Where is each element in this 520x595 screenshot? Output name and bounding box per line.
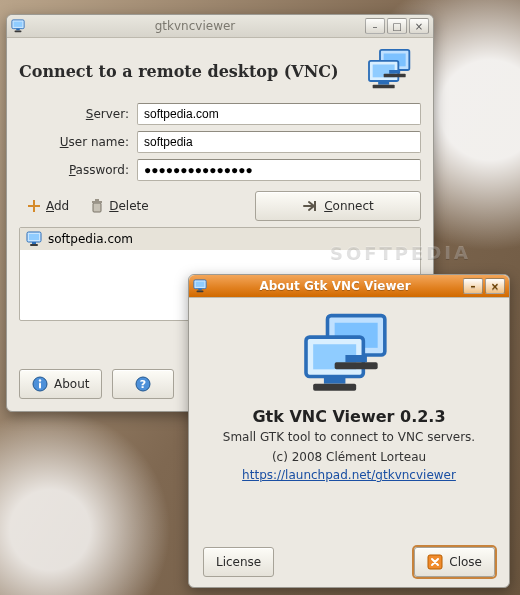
app-icon [193,279,207,293]
delete-icon [89,198,105,214]
server-label: Server: [19,107,129,121]
monitors-icon [289,310,409,401]
list-item-label: softpedia.com [48,232,133,246]
about-button[interactable]: About [19,369,102,399]
close-window-button[interactable]: × [409,18,429,34]
add-icon [26,198,42,214]
info-icon [32,376,48,392]
connect-button[interactable]: Connect [255,191,421,221]
license-button-label: License [216,555,261,569]
close-button[interactable]: Close [414,547,495,577]
delete-button[interactable]: Delete [82,195,155,217]
monitors-icon [361,48,421,95]
about-subtitle: Small GTK tool to connect to VNC servers… [223,430,475,444]
maximize-button[interactable]: □ [387,18,407,34]
list-item[interactable]: softpedia.com [20,228,420,250]
password-label: Password: [19,163,129,177]
app-icon [11,19,25,33]
license-button[interactable]: License [203,547,274,577]
help-icon [135,376,151,392]
about-window-title: About Gtk VNC Viewer [211,279,459,293]
about-app-name: Gtk VNC Viewer 0.2.3 [252,407,445,426]
connection-form: Server: User name: Password: [19,103,421,181]
about-url-link[interactable]: https://launchpad.net/gtkvncviewer [242,468,456,482]
main-window-title: gtkvncviewer [29,19,361,33]
close-button-label: Close [449,555,482,569]
main-titlebar[interactable]: gtkvncviewer – □ × [7,15,433,38]
about-titlebar[interactable]: About Gtk VNC Viewer – × [189,275,509,298]
server-input[interactable] [137,103,421,125]
close-icon [427,554,443,570]
add-button[interactable]: Add [19,195,76,217]
help-button[interactable] [112,369,174,399]
close-window-button[interactable]: × [485,278,505,294]
server-icon [26,231,42,247]
minimize-button[interactable]: – [365,18,385,34]
password-input[interactable] [137,159,421,181]
about-dialog: About Gtk VNC Viewer – × Gtk VNC Viewer … [188,274,510,588]
username-label: User name: [19,135,129,149]
connect-icon [302,198,318,214]
minimize-button[interactable]: – [463,278,483,294]
about-copyright: (c) 2008 Clément Lorteau [272,450,426,464]
username-input[interactable] [137,131,421,153]
page-heading: Connect to a remote desktop (VNC) [19,62,353,81]
about-button-label: About [54,377,89,391]
